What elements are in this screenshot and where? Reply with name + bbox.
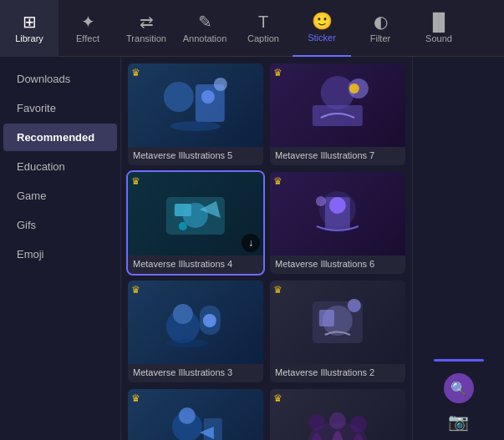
card-mv6-illustration [283,180,392,247]
effect-icon: ✦ [81,13,95,30]
sticker-icon: 🙂 [312,13,333,29]
card-mv1-thumb: ♛ [128,389,263,440]
svg-point-15 [329,197,346,214]
right-panel-actions: 🔍 📷 [434,359,484,432]
card-mask[interactable]: ♛ Mas [270,389,405,440]
toolbar-item-filter[interactable]: ◐ Filter [351,0,410,57]
card-mv2-label: Metaverse Illustrations 2 [270,364,405,382]
content-area: ♛ Metaverse Illustrations 5 ♛ [121,57,412,440]
main-area: Downloads Favorite Recommended Education… [0,57,504,440]
toolbar-item-caption[interactable]: T Caption [234,0,293,57]
card-mv5-illustration [141,72,250,139]
card-mv7-thumb: ♛ [270,63,405,147]
card-mv4-illustration [141,180,250,247]
crown-badge-mv5: ♛ [131,67,140,78]
svg-point-18 [173,304,193,324]
card-mask-thumb: ♛ [270,389,405,440]
svg-point-21 [166,339,208,347]
filter-icon: ◐ [374,13,388,30]
svg-rect-6 [313,105,363,126]
download-indicator-mv4: ↓ [242,234,260,252]
toolbar-item-effect[interactable]: ✦ Effect [59,0,117,57]
toolbar-label-filter: Filter [370,33,390,43]
svg-point-0 [164,82,194,112]
right-panel: 🔍 📷 [412,57,504,440]
sound-icon: ▐▌ [427,13,451,30]
camera-button[interactable]: 📷 [448,412,469,432]
svg-point-3 [171,121,221,131]
card-mv2[interactable]: ♛ Metaverse Illustrations 2 [270,281,405,382]
card-mv5[interactable]: ♛ Metaverse Illustrations 5 [128,63,263,165]
card-mv5-label: Metaverse Illustrations 5 [128,147,263,165]
library-icon: ⊞ [23,13,37,30]
toolbar: ⊞ Library ✦ Effect ⇄ Transition ✎ Annota… [0,0,504,57]
svg-rect-11 [175,204,191,216]
toolbar-item-sticker[interactable]: 🙂 Sticker [293,0,351,57]
card-mv3-label: Metaverse Illustrations 3 [128,364,263,382]
svg-point-27 [179,407,196,424]
annotation-icon: ✎ [198,13,212,30]
toolbar-item-annotation[interactable]: ✎ Annotation [176,0,234,57]
svg-point-4 [214,78,227,91]
card-mv4-label: Metaverse Illustrations 4 [128,255,263,274]
sidebar-item-gifs[interactable]: Gifs [3,211,117,239]
toolbar-label-sticker: Sticker [308,33,336,43]
svg-point-8 [349,83,359,94]
sidebar-item-downloads[interactable]: Downloads [3,65,117,93]
crown-badge-mv6: ♛ [273,175,283,187]
crown-badge-mv4: ♛ [131,175,140,187]
card-mv5-thumb: ♛ [128,63,263,147]
svg-point-5 [321,76,354,109]
crown-badge-mv1: ♛ [131,392,140,404]
svg-point-24 [348,299,361,312]
card-mask-illustration [283,397,392,440]
card-mv4-thumb: ♛ ↓ [128,172,263,255]
card-mv3-thumb: ♛ [128,281,263,364]
crown-badge-mask: ♛ [273,392,283,404]
card-mv1-illustration [141,397,250,440]
card-mv6-label: Metaverse Illustrations 6 [270,255,405,274]
toolbar-label-library: Library [15,33,43,43]
card-mv7[interactable]: ♛ Metaverse Illustrations 7 [270,63,405,165]
card-mv2-thumb: ♛ [270,281,405,364]
toolbar-label-transition: Transition [126,33,166,43]
toolbar-label-sound: Sound [425,33,452,43]
card-mv4[interactable]: ♛ ↓ Metaverse Illustrations 4 [128,172,263,274]
card-mv6[interactable]: ♛ Metaverse Illustrations 6 [270,172,405,274]
crown-badge-mv2: ♛ [273,284,283,296]
card-mv3[interactable]: ♛ Metaverse Illustrations 3 [128,281,263,382]
toolbar-label-annotation: Annotation [183,33,227,43]
card-mv3-illustration [141,289,250,356]
toolbar-label-caption: Caption [247,33,279,43]
card-mv1[interactable]: ♛ Metaverse Illustrations 1 [128,389,263,440]
card-mv7-illustration [283,72,392,139]
sticker-grid: ♛ Metaverse Illustrations 5 ♛ [128,63,405,440]
toolbar-item-sound[interactable]: ▐▌ Sound [410,0,468,57]
right-panel-bar [434,359,484,362]
toolbar-item-transition[interactable]: ⇄ Transition [117,0,176,57]
card-mv2-illustration [283,289,392,356]
crown-badge-mv7: ♛ [273,67,283,78]
toolbar-item-library[interactable]: ⊞ Library [0,0,59,57]
sidebar-item-game[interactable]: Game [3,182,117,210]
card-mv6-thumb: ♛ [270,172,405,255]
caption-icon: T [258,13,268,30]
sidebar-item-emoji[interactable]: Emoji [3,240,117,268]
svg-point-16 [316,196,326,206]
svg-point-2 [201,90,215,104]
card-mv7-label: Metaverse Illustrations 7 [270,147,405,165]
crown-badge-mv3: ♛ [131,284,140,296]
sidebar-item-education[interactable]: Education [3,153,117,180]
svg-rect-25 [319,310,334,326]
transition-icon: ⇄ [140,13,154,30]
toolbar-label-effect: Effect [76,33,99,43]
svg-point-20 [203,314,216,327]
sidebar: Downloads Favorite Recommended Education… [0,57,121,440]
search-button[interactable]: 🔍 [444,373,474,403]
sidebar-item-favorite[interactable]: Favorite [3,94,117,122]
svg-point-12 [179,222,187,230]
sidebar-item-recommended[interactable]: Recommended [3,124,117,151]
